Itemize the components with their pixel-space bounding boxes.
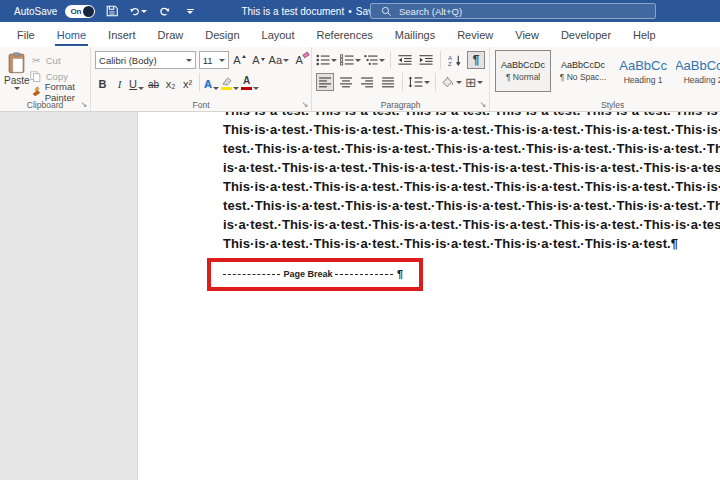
justify-icon — [382, 77, 395, 88]
font-name-combo[interactable]: Calibri (Body) — [95, 51, 196, 69]
italic-button[interactable]: I — [112, 74, 127, 91]
paragraph-dialog-launcher-icon[interactable]: ↘ — [479, 101, 486, 109]
font-name-dropdown-icon[interactable] — [186, 59, 192, 62]
borders-dropdown-icon[interactable] — [477, 81, 483, 84]
tab-draw[interactable]: Draw — [147, 22, 195, 47]
style-preview: AaBbCcDc — [561, 60, 605, 70]
tab-file[interactable]: File — [6, 22, 46, 47]
multilevel-dropdown-icon[interactable] — [379, 59, 385, 62]
superscript-button[interactable]: x² — [180, 74, 195, 91]
align-right-icon — [361, 77, 374, 88]
bullets-icon — [316, 54, 330, 66]
numbering-button[interactable] — [340, 51, 361, 69]
style-preview: AaBbCcE — [675, 58, 720, 73]
highlight-button[interactable] — [221, 74, 239, 91]
shrink-font-button[interactable]: A — [251, 51, 267, 69]
increase-indent-button[interactable] — [417, 51, 435, 69]
align-left-button[interactable] — [316, 73, 334, 91]
cut-button[interactable]: ✂ Cut — [30, 53, 86, 67]
change-case-button[interactable]: Aa — [270, 51, 289, 69]
tab-mailings[interactable]: Mailings — [384, 22, 446, 47]
undo-button[interactable] — [129, 2, 147, 20]
strikethrough-button[interactable]: ab — [146, 74, 161, 91]
text-line: test.·This·is·a·test.·This·is·a·test.·Th… — [223, 139, 720, 158]
numbering-dropdown-icon[interactable] — [355, 59, 361, 62]
decrease-indent-icon — [398, 54, 412, 66]
font-color-button[interactable]: A — [241, 74, 259, 91]
undo-dropdown-icon[interactable] — [141, 10, 147, 13]
tab-home[interactable]: Home — [46, 22, 97, 47]
search-input[interactable]: Search (Alt+Q) — [370, 3, 656, 19]
style-heading-1[interactable]: AaBbCc Heading 1 — [615, 50, 671, 92]
bullets-dropdown-icon[interactable] — [331, 59, 337, 62]
underline-button[interactable]: U — [129, 74, 144, 91]
align-right-button[interactable] — [358, 73, 376, 91]
subscript-button[interactable]: x₂ — [163, 74, 178, 91]
bold-button[interactable]: B — [95, 74, 110, 91]
redo-button[interactable] — [155, 2, 173, 20]
line-spacing-button[interactable] — [408, 73, 430, 91]
shading-dropdown-icon[interactable] — [456, 81, 462, 84]
align-center-button[interactable] — [337, 73, 355, 91]
undo-icon — [129, 5, 141, 18]
tab-references[interactable]: References — [306, 22, 384, 47]
title-separator: • — [348, 6, 352, 17]
tab-layout[interactable]: Layout — [251, 22, 306, 47]
sort-button[interactable]: A Z — [446, 51, 464, 69]
font-group: Calibri (Body) 11 A A Aa A — [91, 47, 312, 111]
highlight-dropdown-icon[interactable] — [233, 87, 239, 90]
style-heading-2[interactable]: AaBbCcE Heading 2 — [675, 50, 720, 92]
bar-icon — [187, 9, 194, 10]
borders-button[interactable]: ⊞ — [465, 73, 483, 91]
font-color-bar — [241, 87, 252, 90]
format-painter-button[interactable]: Format Painter — [30, 85, 86, 99]
tab-design[interactable]: Design — [194, 22, 250, 47]
bold-glyph: B — [99, 78, 107, 90]
multilevel-list-button[interactable] — [364, 51, 385, 69]
clear-formatting-button[interactable]: A — [291, 51, 307, 69]
tab-help[interactable]: Help — [622, 22, 667, 47]
justify-button[interactable] — [379, 73, 397, 91]
decrease-indent-button[interactable] — [396, 51, 414, 69]
show-formatting-marks-button[interactable]: ¶ — [467, 51, 485, 69]
underline-dropdown-icon[interactable] — [138, 87, 144, 90]
tab-view[interactable]: View — [504, 22, 550, 47]
font-size-combo[interactable]: 11 — [199, 51, 229, 69]
text-effects-glyph: A — [204, 78, 212, 90]
clipboard-icon — [7, 52, 26, 74]
highlighter-icon — [221, 77, 232, 86]
autosave-toggle[interactable]: On — [65, 5, 95, 18]
page-break-marker[interactable]: Page Break ¶ — [223, 268, 403, 280]
annotation-red-box: Page Break ¶ — [207, 258, 423, 291]
style-name: Heading 2 — [684, 75, 720, 85]
grow-font-button[interactable]: A — [232, 51, 248, 69]
change-case-dropdown-icon — [283, 59, 289, 62]
customize-quick-access-toolbar-icon[interactable] — [181, 2, 199, 20]
highlight-color-bar — [221, 87, 232, 90]
text-effects-button[interactable]: A — [204, 74, 219, 91]
bullets-button[interactable] — [316, 51, 337, 69]
tab-insert[interactable]: Insert — [97, 22, 147, 47]
search-placeholder: Search (Alt+Q) — [399, 6, 462, 17]
document-page[interactable]: This·is·a·test.·This·is·a·test.·This·is·… — [137, 112, 720, 480]
copy-label: Copy — [46, 71, 68, 82]
paste-button[interactable]: Paste — [4, 50, 30, 99]
line-spacing-dropdown-icon[interactable] — [424, 81, 430, 84]
text-effects-dropdown-icon[interactable] — [213, 87, 219, 90]
shading-button[interactable] — [441, 73, 462, 91]
font-size-dropdown-icon[interactable] — [219, 59, 225, 62]
grow-font-glyph: A — [233, 54, 240, 66]
tab-review[interactable]: Review — [446, 22, 504, 47]
paste-dropdown-icon[interactable] — [14, 87, 20, 90]
style-no-spacing[interactable]: AaBbCcDc ¶ No Spac... — [555, 50, 611, 92]
separator — [402, 73, 403, 91]
save-icon[interactable] — [103, 2, 121, 20]
font-dialog-launcher-icon[interactable]: ↘ — [301, 101, 308, 109]
clear-formatting-glyph: A — [295, 54, 302, 66]
align-left-icon — [319, 77, 332, 88]
multilevel-list-icon — [364, 54, 378, 66]
clipboard-dialog-launcher-icon[interactable]: ↘ — [80, 101, 87, 109]
tab-developer[interactable]: Developer — [550, 22, 622, 47]
style-normal[interactable]: AaBbCcDc ¶ Normal — [495, 50, 551, 92]
font-color-dropdown-icon[interactable] — [253, 87, 259, 90]
